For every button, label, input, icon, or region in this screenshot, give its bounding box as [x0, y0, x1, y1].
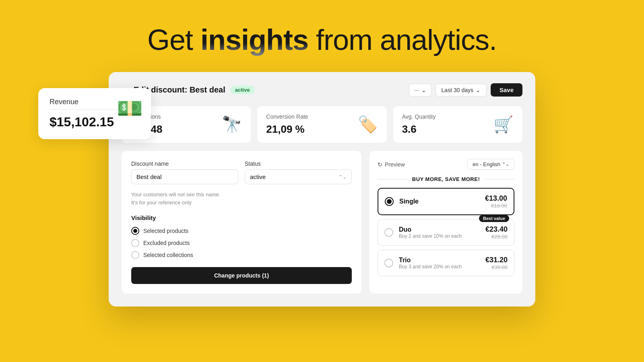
- option-price-current-single: €13.00: [485, 194, 507, 203]
- visibility-radio-group: Selected products Excluded products Sele…: [131, 227, 352, 259]
- status-value: active: [250, 173, 266, 180]
- option-card-single[interactable]: Single €13.00 €18.00: [378, 188, 514, 215]
- save-button[interactable]: Save: [491, 83, 522, 97]
- form-group-status: Status active ⌃⌄: [245, 160, 352, 184]
- discount-name-input[interactable]: [131, 169, 238, 184]
- main-content: Discount name Status active ⌃⌄ Your cust…: [122, 151, 522, 294]
- option-name-trio: Trio: [399, 257, 480, 264]
- topbar-right: ··· ⌄ Last 30 days ⌄ Save: [409, 83, 522, 97]
- app-window: Revenue $15,102.15 💵 ← Edit discount: Be…: [109, 72, 535, 306]
- radio-circle-selected-products: [131, 227, 139, 235]
- right-panel: ↻ Preview en - English ⌃⌄ BUY MORE, SAVE…: [369, 151, 522, 294]
- quantity-value: 3.6: [402, 123, 436, 136]
- option-sub-trio: Buy 3 and save 20% on each: [399, 264, 480, 269]
- quantity-label: Avg. Quantity: [402, 113, 436, 120]
- radio-circle-excluded-products: [131, 239, 139, 247]
- headline-bold: insights: [200, 24, 308, 56]
- buy-more-banner: BUY MORE, SAVE MORE!: [378, 176, 514, 182]
- more-options-button[interactable]: ··· ⌄: [409, 84, 431, 97]
- status-chevron-icon: ⌃⌄: [339, 174, 347, 180]
- radio-selected-products[interactable]: Selected products: [131, 227, 352, 235]
- conversion-icon: 🏷️: [358, 115, 378, 134]
- preview-text: Preview: [385, 161, 405, 168]
- date-chevron-icon: ⌄: [476, 87, 481, 93]
- option-name-single: Single: [399, 198, 479, 205]
- headline-plain-after: from analytics.: [308, 24, 497, 56]
- preview-label: ↻ Preview: [378, 161, 405, 168]
- banner-line-left: [378, 179, 407, 179]
- option-price-original-trio: €39.00: [485, 264, 508, 270]
- option-price-original-duo: €26.00: [485, 234, 508, 240]
- stats-row: Impressions 71,648 🔭 Conversion Rate 21,…: [122, 106, 522, 143]
- option-radio-single: [385, 197, 394, 206]
- dots-icon: ···: [414, 87, 419, 93]
- left-panel: Discount name Status active ⌃⌄ Your cust…: [122, 151, 361, 294]
- conversion-value: 21,09 %: [266, 123, 308, 136]
- status-select[interactable]: active ⌃⌄: [245, 169, 352, 184]
- option-card-duo[interactable]: Best value Duo Buy 2 and save 10% on eac…: [378, 219, 514, 246]
- language-selector[interactable]: en - English ⌃⌄: [467, 159, 514, 170]
- radio-label-selected-products: Selected products: [143, 228, 188, 234]
- radio-label-excluded-products: Excluded products: [143, 240, 190, 246]
- option-price-original-single: €18.00: [485, 203, 507, 209]
- lang-chevron-icon: ⌃⌄: [502, 162, 509, 167]
- option-price-current-trio: €31.20: [485, 256, 508, 264]
- impressions-icon: 🔭: [222, 115, 242, 134]
- stat-card-quantity: Avg. Quantity 3.6 🛒: [393, 106, 522, 143]
- option-radio-trio: [384, 259, 393, 267]
- conversion-label: Conversion Rate: [266, 113, 308, 120]
- visibility-title: Visibility: [131, 214, 352, 221]
- helper-text-line2: It's for your reference only: [131, 199, 352, 207]
- banner-text: BUY MORE, SAVE MORE!: [412, 176, 480, 182]
- lang-label: en - English: [473, 161, 500, 167]
- menu-chevron-icon: ⌄: [421, 87, 426, 93]
- stat-card-conversion: Conversion Rate 21,09 % 🏷️: [257, 106, 386, 143]
- radio-label-selected-collections: Selected collections: [143, 252, 193, 258]
- radio-selected-collections[interactable]: Selected collections: [131, 251, 352, 259]
- option-price-current-duo: €23.40: [485, 225, 508, 234]
- best-value-badge: Best value: [479, 215, 509, 222]
- option-card-trio[interactable]: Trio Buy 3 and save 20% on each €31.20 €…: [378, 250, 514, 276]
- helper-text: Your customers will not see this name. I…: [131, 191, 352, 206]
- change-products-button[interactable]: Change products (1): [131, 267, 352, 284]
- radio-excluded-products[interactable]: Excluded products: [131, 239, 352, 247]
- topbar: ← Edit discount: Best deal active ··· ⌄ …: [122, 83, 522, 97]
- option-sub-duo: Buy 2 and save 10% on each: [399, 233, 480, 239]
- date-label: Last 30 days: [442, 87, 473, 93]
- revenue-card: Revenue $15,102.15 💵: [38, 88, 151, 139]
- preview-header: ↻ Preview en - English ⌃⌄: [378, 159, 514, 170]
- page-headline: Get insights from analytics.: [147, 24, 497, 56]
- option-name-duo: Duo: [399, 226, 480, 233]
- date-range-button[interactable]: Last 30 days ⌄: [436, 84, 487, 97]
- quantity-icon: 🛒: [493, 115, 514, 134]
- revenue-icon: 💵: [117, 96, 143, 121]
- option-radio-duo: [384, 228, 393, 237]
- status-label: Status: [245, 160, 352, 167]
- status-badge: active: [230, 86, 255, 94]
- headline-plain-before: Get: [147, 24, 200, 56]
- form-row-name-status: Discount name Status active ⌃⌄: [131, 160, 352, 184]
- helper-text-line1: Your customers will not see this name.: [131, 191, 352, 199]
- radio-circle-selected-collections: [131, 251, 139, 259]
- form-group-discount-name: Discount name: [131, 160, 238, 184]
- preview-icon: ↻: [378, 161, 382, 168]
- banner-line-right: [485, 179, 514, 179]
- discount-name-label: Discount name: [131, 160, 238, 167]
